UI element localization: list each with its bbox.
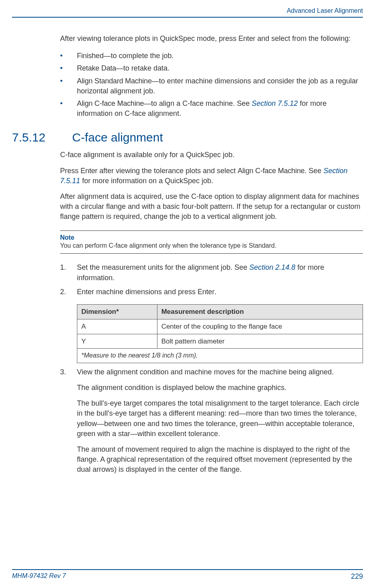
intro-text-a: After viewing tolerance plots in QuickSp… [60,34,238,42]
body-p1: C-face alignment is available only for a… [60,150,363,160]
dimension-table: Dimension* Measurement description A Cen… [77,304,363,363]
body-p3: After alignment data is acquired, use th… [60,192,363,222]
intro-text-b: and select from the following: [255,34,351,42]
footer-doc-id: MHM-97432 Rev 7 [12,572,66,581]
note-label: Note [60,234,363,241]
running-header: Advanced Laser Alignment [12,7,363,18]
step3-p2: The bull's-eye target compares the total… [77,398,363,439]
p2-b: after viewing the tolerance plots and se… [97,167,238,175]
p2-a: Press [60,167,81,175]
option-align-standard: Align Standard Machine—to enter machine … [60,76,363,96]
cell-dim: Y [77,334,157,349]
option-desc-a: —to align a C-face machine. See [144,99,252,107]
option-align-cface: Align C-face Machine—to align a C-face m… [60,99,363,119]
page-footer: MHM-97432 Rev 7 229 [12,569,363,581]
intro-paragraph: After viewing tolerance plots in QuickSp… [60,34,363,44]
cell-desc: Center of the coupling to the flange fac… [157,319,363,334]
table-row: Y Bolt pattern diameter [77,334,363,349]
body-p2: Press Enter after viewing the tolerance … [60,166,363,186]
step2-a: Enter machine dimensions and press [77,288,198,296]
step-2: Enter machine dimensions and press Enter… [60,287,363,363]
option-desc: —to complete the job. [103,52,173,60]
footer-page-number: 229 [351,572,363,581]
section-number: 7.5.12 [12,131,72,144]
option-name: Retake Data [77,64,116,72]
p2-d: for more information on a QuickSpec job. [80,177,213,185]
step3-lead: View the alignment condition and machine… [77,368,334,376]
table-footnote: *Measure to the nearest 1/8 inch (3 mm). [77,349,363,363]
step-1: Set the measurement units for the alignm… [60,263,363,283]
step2-b: . [214,288,216,296]
option-finished: Finished—to complete the job. [60,51,363,61]
p2-key2: Align C-face Machine [238,167,304,175]
section-link-2148[interactable]: Section 2.14.8 [249,263,295,271]
option-name: Finished [77,52,103,60]
step-3: View the alignment condition and machine… [60,367,363,475]
step2-key: Enter [198,288,214,296]
section-link-7512[interactable]: Section 7.5.12 [252,99,298,107]
note-block: Note You can perform C-face alignment on… [60,230,363,254]
option-name: Align C-face Machine [77,99,144,107]
step3-p3: The amount of movement required to align… [77,445,363,475]
p2-key1: Enter [81,167,97,175]
note-text: You can perform C-face alignment only wh… [60,242,363,249]
cell-desc: Bolt pattern diameter [157,334,363,349]
option-desc: —to retake data. [116,64,169,72]
step1-a: Set the measurement units for the alignm… [77,263,249,271]
table-footnote-row: *Measure to the nearest 1/8 inch (3 mm). [77,349,363,363]
intro-key: Enter [238,34,255,42]
table-row: A Center of the coupling to the flange f… [77,319,363,334]
p2-c: . See [304,167,323,175]
option-name: Align Standard Machine [77,77,152,85]
cell-dim: A [77,319,157,334]
section-title: C-face alignment [72,131,163,144]
th-dimension: Dimension* [77,305,157,319]
th-description: Measurement description [157,305,363,319]
step3-p1: The alignment condition is displayed bel… [77,383,363,393]
option-retake: Retake Data—to retake data. [60,63,363,73]
steps-list: Set the measurement units for the alignm… [60,263,363,475]
options-list: Finished—to complete the job. Retake Dat… [60,51,363,119]
